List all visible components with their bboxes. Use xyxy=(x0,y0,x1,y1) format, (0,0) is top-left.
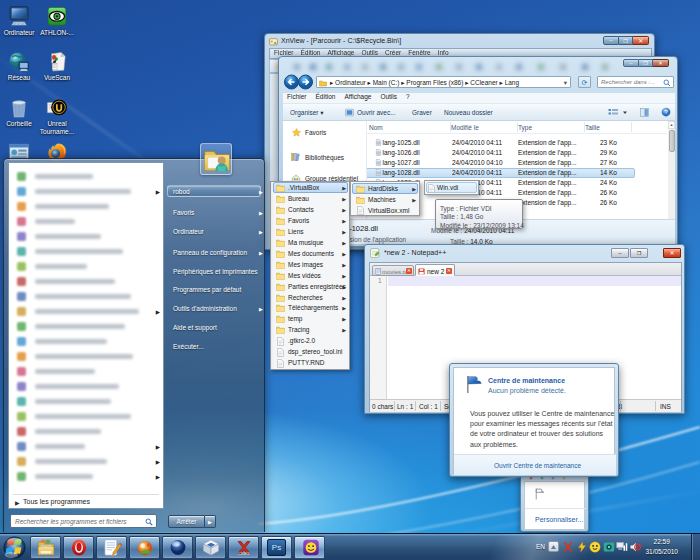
svg-text:CDEX: CDEX xyxy=(238,551,250,556)
svg-text:?: ? xyxy=(664,108,668,115)
